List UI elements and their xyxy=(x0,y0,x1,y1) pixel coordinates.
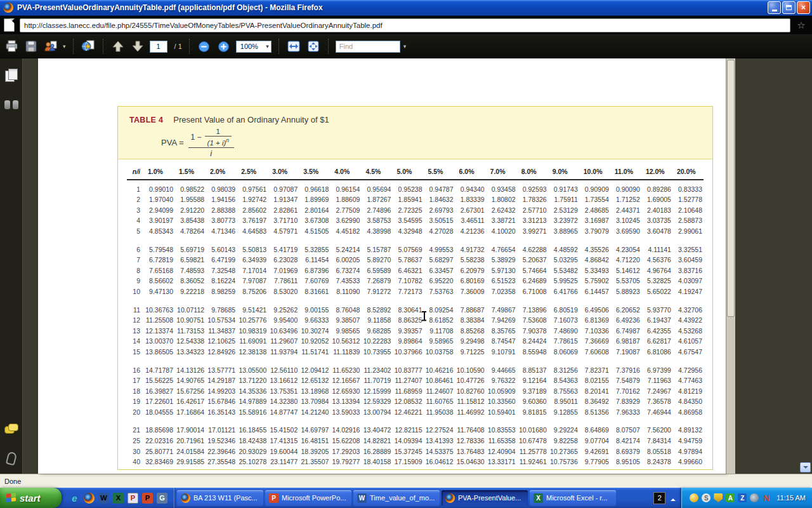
table-cell: 16.28889 xyxy=(361,446,392,457)
table-cell: 14.97889 xyxy=(237,396,268,407)
taskbar-window-button[interactable]: PVA-PresentValue... xyxy=(442,490,528,506)
table-cell: 7.94269 xyxy=(486,315,517,326)
table-cell: 8.36052 xyxy=(174,276,206,286)
language-indicator[interactable]: 2 xyxy=(653,492,665,504)
excel-icon[interactable]: X xyxy=(113,493,124,504)
pages-panel-icon[interactable] xyxy=(5,69,18,81)
groupwise-icon[interactable]: G xyxy=(157,493,167,504)
table-cell: 6.42355 xyxy=(641,326,672,337)
taskbar-window-button[interactable]: WTime_value_of_mo... xyxy=(353,490,440,506)
antivirus-icon[interactable]: A xyxy=(726,493,735,502)
find-input[interactable] xyxy=(336,41,400,53)
firefox-icon[interactable] xyxy=(84,493,95,504)
table-cell: 6.00205 xyxy=(330,255,361,265)
share-dropdown-caret[interactable]: ▾ xyxy=(63,43,66,50)
taskbar: start eWXPPG BA 213 W11 (Pasc...PMicroso… xyxy=(0,488,812,508)
table-cell: 12.27524 xyxy=(424,425,455,436)
table-header-section: TABLE 4Present Value of an Ordinary Annu… xyxy=(118,107,712,159)
volume-icon[interactable] xyxy=(750,493,759,502)
table-cell: 8.74547 xyxy=(486,336,517,347)
table-header-cell: 7.0% xyxy=(486,166,517,177)
share-icon[interactable] xyxy=(43,39,58,54)
table-cell: 8.75563 xyxy=(548,386,579,397)
zoom-out-icon[interactable] xyxy=(197,39,212,54)
publisher-icon[interactable]: P xyxy=(128,493,138,504)
table-cell: 1.75911 xyxy=(548,194,579,205)
word-icon[interactable]: W xyxy=(98,493,109,504)
table-cell: 10 xyxy=(127,286,143,297)
table-cell: 1.97040 xyxy=(143,194,174,205)
zoom-in-icon[interactable] xyxy=(216,39,232,54)
toolbar-separator xyxy=(328,39,329,54)
close-button[interactable]: × xyxy=(797,1,810,14)
messenger-icon[interactable] xyxy=(690,493,698,502)
minimize-button[interactable] xyxy=(768,1,781,14)
table-cell: 1.69005 xyxy=(641,194,672,205)
address-bar: http://classes.lanecc.edu/file.php/24555… xyxy=(0,16,812,35)
table-cell: 13.34323 xyxy=(174,347,206,358)
page-number-input[interactable] xyxy=(150,41,167,53)
table-cell: 10.90751 xyxy=(174,315,206,326)
table-cell: 21.35507 xyxy=(299,457,330,467)
table-cell: 3.90197 xyxy=(143,215,174,226)
table-cell: 6.11454 xyxy=(299,255,330,265)
search-binoculars-icon[interactable] xyxy=(4,100,18,109)
next-page-icon[interactable] xyxy=(130,39,145,54)
scroll-down-button[interactable] xyxy=(800,462,811,472)
table-cell: 10.56312 xyxy=(330,336,361,347)
table-cell: 23.11477 xyxy=(268,457,299,467)
bookmark-star-icon[interactable]: ☆ xyxy=(796,20,807,31)
fit-width-icon[interactable] xyxy=(286,39,301,54)
table-cell: 8.36492 xyxy=(579,396,610,407)
table-row: 76.728196.598216.471996.349396.230286.11… xyxy=(127,255,704,265)
s-app-icon[interactable]: S xyxy=(702,493,710,502)
internet-explorer-icon[interactable]: e xyxy=(69,493,80,504)
pdf-scrollbar[interactable] xyxy=(726,58,735,474)
print-icon[interactable] xyxy=(4,39,19,54)
table-cell: 0.97561 xyxy=(237,184,268,195)
show-hidden-icons-toggle[interactable] xyxy=(668,493,678,503)
table-cell: 17.41315 xyxy=(268,436,299,446)
table-cell: 10.27365 xyxy=(548,446,579,457)
zoom-app-icon[interactable]: Z xyxy=(738,493,747,502)
table-cell: 7.90378 xyxy=(517,326,548,337)
table-cell: 29.91585 xyxy=(174,457,206,467)
powerpoint-icon[interactable]: P xyxy=(142,493,153,504)
document-page-icon xyxy=(4,18,15,32)
taskbar-window-button[interactable]: PMicrosoft PowerPo... xyxy=(265,490,351,506)
pdf-scrollbar-thumb[interactable] xyxy=(727,60,735,317)
taskbar-window-button[interactable]: XMicrosoft Excel - r... xyxy=(530,490,616,506)
url-input[interactable]: http://classes.lanecc.edu/file.php/24555… xyxy=(20,18,790,32)
taskbar-window-button[interactable]: BA 213 W11 (Pasc... xyxy=(177,490,263,506)
comments-panel-icon[interactable] xyxy=(4,424,18,433)
fit-page-icon[interactable] xyxy=(306,39,321,54)
find-dropdown-caret[interactable]: ▾ xyxy=(403,43,407,50)
table-cell: 5.93770 xyxy=(641,305,672,316)
table-cell: 8.61852 xyxy=(424,315,455,326)
save-icon[interactable] xyxy=(23,39,39,54)
table-cell: 8.31256 xyxy=(548,365,579,376)
table-cell: 7.53763 xyxy=(424,286,455,297)
table-cell: 8.98259 xyxy=(206,286,237,297)
maximize-button[interactable] xyxy=(782,1,796,14)
table-cell: 11.25508 xyxy=(143,315,174,326)
table-cell: 6.41766 xyxy=(548,286,579,297)
table-cell: 13.33171 xyxy=(486,457,517,467)
table-cell: 7.78615 xyxy=(548,336,579,347)
table-cell: 9.38507 xyxy=(330,315,361,326)
table-cell: 12.13374 xyxy=(143,326,174,337)
novell-icon[interactable]: N xyxy=(762,493,771,502)
previous-page-icon[interactable] xyxy=(110,39,126,54)
start-button[interactable]: start xyxy=(0,488,62,508)
attachments-paperclip-icon[interactable] xyxy=(5,451,16,466)
table-cell: 4.78264 xyxy=(174,226,206,237)
table-cell: 9.78685 xyxy=(206,305,237,316)
table-header-cell: 3.0% xyxy=(268,166,299,177)
zoom-level-select[interactable]: 100% ▾ xyxy=(236,41,272,53)
security-shield-icon[interactable] xyxy=(714,493,723,502)
web-page-icon[interactable] xyxy=(81,39,96,54)
table-header-cell: 6.0% xyxy=(455,166,486,177)
table-cell: 2 xyxy=(127,194,143,205)
table-cell: 6.81086 xyxy=(641,347,672,358)
table-cell: 10.82760 xyxy=(455,386,486,397)
